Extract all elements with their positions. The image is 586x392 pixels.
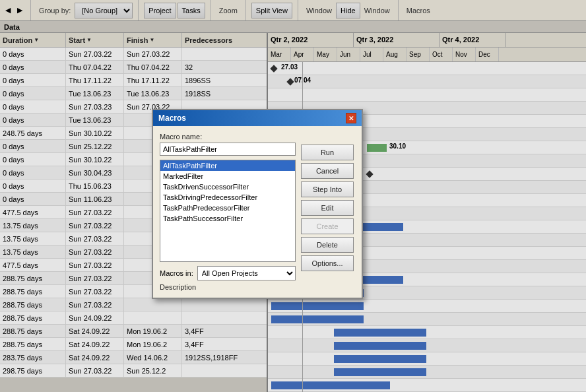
create-button[interactable]: Create: [301, 218, 354, 234]
dialog-body: Macro name: AllTaskPathFilterMarkedFilte…: [153, 126, 362, 298]
description-label: Description: [160, 283, 296, 291]
dialog-left-section: Macro name: AllTaskPathFilterMarkedFilte…: [160, 133, 296, 291]
step-into-button[interactable]: Step Into: [301, 181, 354, 197]
macros-in-row: Macros in: All Open Projects: [160, 266, 296, 280]
macros-dialog: Macros ✕ Macro name: AllTaskPathFilterMa…: [152, 109, 363, 299]
dialog-title: Macros: [158, 114, 186, 123]
macro-list[interactable]: AllTaskPathFilterMarkedFilterTaskDrivenS…: [160, 160, 296, 262]
macros-in-select[interactable]: All Open Projects: [197, 266, 296, 280]
edit-button[interactable]: Edit: [301, 200, 354, 216]
cancel-button[interactable]: Cancel: [301, 163, 354, 179]
macro-item[interactable]: TaskDrivenSuccessorFilter: [160, 181, 295, 192]
macro-item[interactable]: TaskPathSuccessorFilter: [160, 213, 295, 224]
dialog-buttons: Run Cancel Step Into Edit Create Delete …: [301, 133, 355, 291]
options-button[interactable]: Options...: [301, 255, 354, 271]
macro-name-label: Macro name:: [160, 133, 296, 141]
macro-item[interactable]: TaskDrivingPredecessorFilter: [160, 192, 295, 203]
macros-in-label: Macros in:: [160, 269, 193, 277]
macro-item[interactable]: MarkedFilter: [160, 171, 295, 181]
run-button[interactable]: Run: [301, 145, 354, 160]
dialog-titlebar: Macros ✕: [153, 110, 362, 126]
dialog-close-button[interactable]: ✕: [346, 113, 356, 123]
delete-button[interactable]: Delete: [301, 237, 354, 253]
macro-name-input[interactable]: [160, 143, 296, 156]
macro-item[interactable]: TaskPathPredecessorFilter: [160, 203, 295, 213]
macro-item[interactable]: AllTaskPathFilter: [160, 160, 295, 171]
dialog-overlay: Macros ✕ Macro name: AllTaskPathFilterMa…: [0, 0, 586, 392]
